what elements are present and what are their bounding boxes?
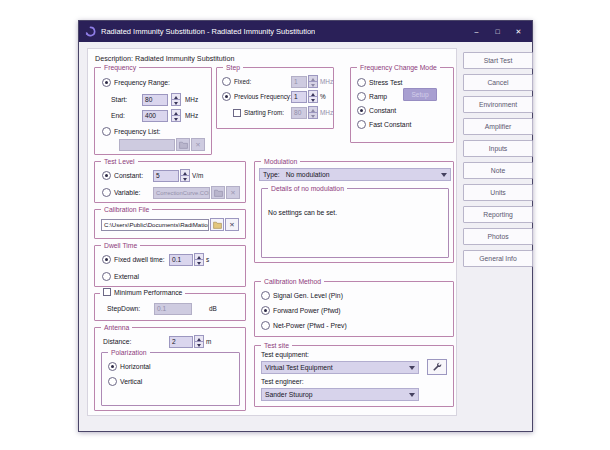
start-field[interactable]: 80	[142, 94, 168, 106]
forward-power-radio[interactable]	[261, 306, 270, 315]
spinner-down-icon[interactable]	[309, 113, 317, 118]
variable-browse-button[interactable]	[211, 186, 225, 199]
calibration-method-pfwd-row: Forward Power (Pfwd)	[261, 304, 341, 317]
starting-from-field[interactable]: 80	[291, 107, 307, 119]
forward-power-label: Forward Power (Pfwd)	[273, 307, 341, 314]
distance-label: Distance:	[103, 338, 131, 345]
test-level-constant-row: Constant:	[102, 169, 143, 182]
spinner-down-icon[interactable]	[309, 97, 317, 102]
calibration-file-clear-button[interactable]: ✕	[225, 218, 239, 231]
step-previous-field[interactable]: 1	[291, 91, 307, 103]
fcm-stress-test-radio[interactable]	[357, 78, 366, 87]
fcm-fast-constant-radio[interactable]	[357, 120, 366, 129]
group-dwell-time: Dwell Time Fixed dwell time: 0.1 s Exter…	[94, 245, 246, 287]
calibration-method-pin-row: Signal Gen. Level (Pin)	[261, 289, 343, 302]
end-field[interactable]: 400	[142, 110, 168, 122]
end-stepper[interactable]	[171, 109, 181, 122]
frequency-list-browse-button[interactable]	[176, 138, 190, 151]
start-test-button[interactable]: Start Test	[463, 52, 533, 69]
distance-field[interactable]: 2	[169, 336, 193, 348]
calibration-file-path-field[interactable]: C:\Users\Public\Documents\RadiMation\CA	[101, 219, 209, 231]
app-window: Radiated Immunity Substitution - Radiate…	[78, 20, 533, 432]
distance-stepper[interactable]	[194, 335, 204, 348]
spinner-down-icon[interactable]	[172, 116, 180, 121]
polarization-horizontal-label: Horizontal	[120, 363, 151, 370]
polarization-vertical-radio[interactable]	[108, 377, 117, 386]
group-dwell-time-title: Dwell Time	[101, 241, 140, 250]
minimum-performance-checkbox[interactable]	[103, 288, 111, 296]
minimize-icon[interactable]: –	[469, 24, 484, 39]
starting-from-checkbox[interactable]	[233, 109, 241, 117]
group-calibration-method: Calibration Method Signal Gen. Level (Pi…	[254, 281, 454, 337]
fcm-ramp-row: Ramp	[357, 90, 387, 103]
photos-button[interactable]: Photos	[463, 228, 533, 245]
test-level-constant-label: Constant:	[114, 172, 143, 179]
clear-icon: ✕	[230, 189, 235, 197]
step-previous-radio[interactable]	[222, 92, 231, 101]
description-text: Description: Radiated Immunity Substitut…	[95, 54, 234, 63]
step-fixed-radio[interactable]	[222, 77, 231, 86]
variable-clear-button[interactable]: ✕	[226, 186, 240, 199]
maximize-icon[interactable]: □	[490, 24, 505, 39]
amplifier-button[interactable]: Amplifier	[463, 118, 533, 135]
polarization-horizontal-radio[interactable]	[108, 362, 117, 371]
step-fixed-stepper[interactable]	[308, 75, 318, 88]
step-previous-stepper[interactable]	[308, 90, 318, 103]
fcm-constant-row: Constant	[357, 104, 396, 117]
fcm-ramp-radio[interactable]	[357, 92, 366, 101]
spinner-down-icon[interactable]	[309, 82, 317, 87]
minimum-performance-title-row: Minimum Performance	[100, 288, 185, 296]
cancel-button[interactable]: Cancel	[463, 74, 533, 91]
dwell-time-stepper[interactable]	[194, 253, 204, 266]
clear-icon: ✕	[195, 141, 200, 149]
ramp-setup-button[interactable]: Setup	[403, 88, 437, 101]
frequency-range-row: Frequency Range:	[102, 76, 170, 89]
environment-button[interactable]: Environment	[463, 96, 533, 113]
stepdown-field[interactable]: 0.1	[154, 303, 192, 315]
spinner-down-icon[interactable]	[181, 176, 189, 181]
test-engineer-dropdown[interactable]: Sander Stuurop	[261, 388, 419, 401]
test-level-field[interactable]: 5	[153, 170, 179, 182]
spinner-down-icon[interactable]	[195, 342, 203, 347]
frequency-list-field[interactable]	[119, 139, 175, 151]
close-icon[interactable]: ✕	[511, 24, 526, 39]
test-equipment-configure-button[interactable]	[427, 359, 447, 375]
dwell-time-field[interactable]: 0.1	[169, 254, 193, 266]
title-bar[interactable]: Radiated Immunity Substitution - Radiate…	[79, 21, 532, 42]
dwell-fixed-radio[interactable]	[102, 255, 111, 264]
fcm-stress-test-row: Stress Test	[357, 76, 403, 89]
spinner-down-icon[interactable]	[172, 100, 180, 105]
dwell-fixed-row: Fixed dwell time:	[102, 253, 165, 266]
net-power-radio[interactable]	[261, 321, 270, 330]
calibration-file-browse-button[interactable]	[210, 218, 224, 231]
start-stepper[interactable]	[171, 93, 181, 106]
signal-gen-level-label: Signal Gen. Level (Pin)	[273, 292, 343, 299]
spinner-down-icon[interactable]	[195, 260, 203, 265]
fcm-constant-radio[interactable]	[357, 106, 366, 115]
test-level-stepper[interactable]	[180, 169, 190, 182]
modulation-type-label: Type:	[263, 171, 280, 178]
radimation-logo-icon	[85, 26, 96, 37]
test-level-variable-radio[interactable]	[102, 188, 111, 197]
test-equipment-dropdown[interactable]: Virtual Test Equipment	[261, 361, 419, 374]
dwell-external-radio[interactable]	[102, 272, 111, 281]
frequency-list-clear-button[interactable]: ✕	[191, 138, 205, 151]
variable-curve-field[interactable]: CorrectionCurve.COR	[153, 187, 210, 199]
inputs-button[interactable]: Inputs	[463, 140, 533, 157]
note-button[interactable]: Note	[463, 162, 533, 179]
modulation-details-title: Details of no modulation	[268, 184, 347, 193]
end-label: End:	[111, 112, 139, 119]
starting-from-stepper[interactable]	[308, 106, 318, 119]
group-calibration-method-title: Calibration Method	[261, 277, 324, 286]
group-minimum-performance: Minimum Performance StepDown: 0.1 dB	[94, 293, 246, 321]
frequency-range-radio[interactable]	[102, 78, 111, 87]
frequency-list-radio[interactable]	[102, 127, 111, 136]
test-level-constant-radio[interactable]	[102, 171, 111, 180]
step-fixed-field[interactable]: 1	[291, 76, 307, 88]
signal-gen-level-radio[interactable]	[261, 291, 270, 300]
modulation-type-dropdown[interactable]: Type: No modulation	[259, 168, 451, 181]
reporting-button[interactable]: Reporting	[463, 206, 533, 223]
general-info-button[interactable]: General Info	[463, 250, 533, 267]
dwell-external-label: External	[114, 273, 139, 280]
units-button[interactable]: Units	[463, 184, 533, 201]
